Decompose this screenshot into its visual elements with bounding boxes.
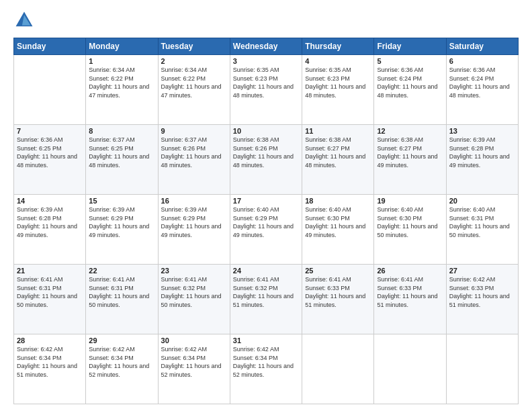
- day-cell: 4 Sunrise: 6:35 AMSunset: 6:23 PMDayligh…: [302, 55, 374, 125]
- day-number: 19: [377, 197, 443, 205]
- day-cell: 26 Sunrise: 6:41 AMSunset: 6:33 PMDaylig…: [374, 265, 446, 334]
- weekday-monday: Monday: [86, 38, 158, 55]
- day-number: 16: [161, 197, 227, 205]
- weekday-friday: Friday: [374, 38, 446, 55]
- day-number: 28: [17, 336, 83, 345]
- day-info: Sunrise: 6:42 AMSunset: 6:34 PMDaylight:…: [17, 345, 83, 379]
- day-info: Sunrise: 6:38 AMSunset: 6:27 PMDaylight:…: [305, 136, 371, 169]
- day-number: 8: [89, 127, 154, 135]
- day-cell: 25 Sunrise: 6:41 AMSunset: 6:33 PMDaylig…: [302, 265, 374, 334]
- weekday-header-row: SundayMondayTuesdayWednesdayThursdayFrid…: [14, 38, 519, 55]
- day-info: Sunrise: 6:42 AMSunset: 6:34 PMDaylight:…: [161, 345, 227, 379]
- day-cell: [446, 334, 518, 404]
- day-number: 1: [89, 57, 154, 65]
- day-cell: 24 Sunrise: 6:41 AMSunset: 6:32 PMDaylig…: [230, 265, 302, 334]
- day-number: 20: [449, 197, 515, 205]
- day-cell: 21 Sunrise: 6:41 AMSunset: 6:31 PMDaylig…: [14, 265, 86, 334]
- logo-icon: [15, 11, 34, 30]
- calendar-table: SundayMondayTuesdayWednesdayThursdayFrid…: [13, 38, 519, 404]
- day-cell: 9 Sunrise: 6:37 AMSunset: 6:26 PMDayligh…: [158, 125, 230, 195]
- day-info: Sunrise: 6:40 AMSunset: 6:31 PMDaylight:…: [449, 205, 515, 239]
- day-number: 30: [161, 336, 227, 345]
- day-info: Sunrise: 6:42 AMSunset: 6:33 PMDaylight:…: [449, 275, 515, 309]
- weekday-saturday: Saturday: [446, 38, 518, 55]
- day-cell: 17 Sunrise: 6:40 AMSunset: 6:29 PMDaylig…: [230, 195, 302, 265]
- day-cell: 7 Sunrise: 6:36 AMSunset: 6:25 PMDayligh…: [14, 125, 86, 195]
- day-cell: 29 Sunrise: 6:42 AMSunset: 6:34 PMDaylig…: [86, 334, 158, 404]
- day-number: 15: [89, 197, 154, 205]
- day-number: 3: [233, 57, 299, 65]
- day-cell: 11 Sunrise: 6:38 AMSunset: 6:27 PMDaylig…: [302, 125, 374, 195]
- day-cell: 10 Sunrise: 6:38 AMSunset: 6:26 PMDaylig…: [230, 125, 302, 195]
- day-cell: 22 Sunrise: 6:41 AMSunset: 6:31 PMDaylig…: [86, 265, 158, 334]
- day-info: Sunrise: 6:36 AMSunset: 6:25 PMDaylight:…: [17, 136, 83, 169]
- page: SundayMondayTuesdayWednesdayThursdayFrid…: [0, 0, 532, 411]
- weekday-wednesday: Wednesday: [230, 38, 302, 55]
- day-number: 18: [305, 197, 371, 205]
- day-info: Sunrise: 6:42 AMSunset: 6:34 PMDaylight:…: [89, 345, 154, 379]
- day-info: Sunrise: 6:38 AMSunset: 6:26 PMDaylight:…: [233, 136, 299, 169]
- day-number: 6: [449, 57, 515, 65]
- day-number: 5: [377, 57, 443, 65]
- day-number: 27: [449, 267, 515, 275]
- day-info: Sunrise: 6:36 AMSunset: 6:24 PMDaylight:…: [377, 66, 443, 99]
- day-info: Sunrise: 6:39 AMSunset: 6:29 PMDaylight:…: [89, 205, 154, 239]
- day-info: Sunrise: 6:37 AMSunset: 6:25 PMDaylight:…: [89, 136, 154, 169]
- day-number: 11: [305, 127, 371, 135]
- day-info: Sunrise: 6:38 AMSunset: 6:27 PMDaylight:…: [377, 136, 443, 169]
- day-cell: 12 Sunrise: 6:38 AMSunset: 6:27 PMDaylig…: [374, 125, 446, 195]
- day-info: Sunrise: 6:41 AMSunset: 6:32 PMDaylight:…: [233, 275, 299, 309]
- day-number: 31: [233, 336, 299, 345]
- day-info: Sunrise: 6:34 AMSunset: 6:22 PMDaylight:…: [89, 66, 154, 99]
- day-info: Sunrise: 6:39 AMSunset: 6:29 PMDaylight:…: [161, 205, 227, 239]
- day-number: 9: [161, 127, 227, 135]
- day-number: 24: [233, 267, 299, 275]
- day-cell: 14 Sunrise: 6:39 AMSunset: 6:28 PMDaylig…: [14, 195, 86, 265]
- day-number: 14: [17, 197, 83, 205]
- day-info: Sunrise: 6:36 AMSunset: 6:24 PMDaylight:…: [449, 66, 515, 99]
- day-info: Sunrise: 6:41 AMSunset: 6:31 PMDaylight:…: [17, 275, 83, 309]
- day-info: Sunrise: 6:35 AMSunset: 6:23 PMDaylight:…: [233, 66, 299, 99]
- day-number: 7: [17, 127, 83, 135]
- day-cell: 13 Sunrise: 6:39 AMSunset: 6:28 PMDaylig…: [446, 125, 518, 195]
- day-cell: 30 Sunrise: 6:42 AMSunset: 6:34 PMDaylig…: [158, 334, 230, 404]
- week-row-2: 7 Sunrise: 6:36 AMSunset: 6:25 PMDayligh…: [14, 125, 519, 195]
- day-number: 13: [449, 127, 515, 135]
- day-number: 26: [377, 267, 443, 275]
- day-cell: 3 Sunrise: 6:35 AMSunset: 6:23 PMDayligh…: [230, 55, 302, 125]
- day-cell: 6 Sunrise: 6:36 AMSunset: 6:24 PMDayligh…: [446, 55, 518, 125]
- day-cell: 31 Sunrise: 6:42 AMSunset: 6:34 PMDaylig…: [230, 334, 302, 404]
- week-row-5: 28 Sunrise: 6:42 AMSunset: 6:34 PMDaylig…: [14, 334, 519, 404]
- day-info: Sunrise: 6:40 AMSunset: 6:29 PMDaylight:…: [233, 205, 299, 239]
- day-cell: 23 Sunrise: 6:41 AMSunset: 6:32 PMDaylig…: [158, 265, 230, 334]
- day-info: Sunrise: 6:39 AMSunset: 6:28 PMDaylight:…: [449, 136, 515, 169]
- day-info: Sunrise: 6:34 AMSunset: 6:22 PMDaylight:…: [161, 66, 227, 99]
- day-number: 17: [233, 197, 299, 205]
- day-number: 22: [89, 267, 154, 275]
- day-cell: 18 Sunrise: 6:40 AMSunset: 6:30 PMDaylig…: [302, 195, 374, 265]
- header: [13, 11, 519, 32]
- weekday-sunday: Sunday: [14, 38, 86, 55]
- day-cell: 16 Sunrise: 6:39 AMSunset: 6:29 PMDaylig…: [158, 195, 230, 265]
- day-number: 2: [161, 57, 227, 65]
- week-row-3: 14 Sunrise: 6:39 AMSunset: 6:28 PMDaylig…: [14, 195, 519, 265]
- day-cell: 1 Sunrise: 6:34 AMSunset: 6:22 PMDayligh…: [86, 55, 158, 125]
- day-info: Sunrise: 6:41 AMSunset: 6:33 PMDaylight:…: [305, 275, 371, 309]
- day-cell: 15 Sunrise: 6:39 AMSunset: 6:29 PMDaylig…: [86, 195, 158, 265]
- week-row-4: 21 Sunrise: 6:41 AMSunset: 6:31 PMDaylig…: [14, 265, 519, 334]
- weekday-thursday: Thursday: [302, 38, 374, 55]
- day-cell: 19 Sunrise: 6:40 AMSunset: 6:30 PMDaylig…: [374, 195, 446, 265]
- weekday-tuesday: Tuesday: [158, 38, 230, 55]
- day-info: Sunrise: 6:39 AMSunset: 6:28 PMDaylight:…: [17, 205, 83, 239]
- day-info: Sunrise: 6:40 AMSunset: 6:30 PMDaylight:…: [305, 205, 371, 239]
- day-number: 4: [305, 57, 371, 65]
- logo: [13, 11, 34, 32]
- day-cell: 5 Sunrise: 6:36 AMSunset: 6:24 PMDayligh…: [374, 55, 446, 125]
- day-number: 29: [89, 336, 154, 345]
- day-cell: 2 Sunrise: 6:34 AMSunset: 6:22 PMDayligh…: [158, 55, 230, 125]
- day-number: 21: [17, 267, 83, 275]
- day-info: Sunrise: 6:41 AMSunset: 6:33 PMDaylight:…: [377, 275, 443, 309]
- week-row-1: 1 Sunrise: 6:34 AMSunset: 6:22 PMDayligh…: [14, 55, 519, 125]
- day-cell: [14, 55, 86, 125]
- day-info: Sunrise: 6:41 AMSunset: 6:31 PMDaylight:…: [89, 275, 154, 309]
